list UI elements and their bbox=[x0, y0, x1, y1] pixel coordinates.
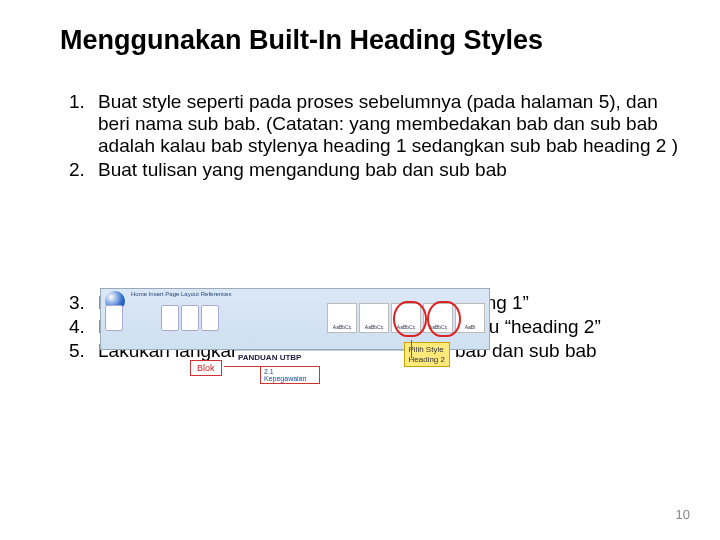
step-2: Buat tulisan yang mengandung bab dan sub… bbox=[90, 159, 690, 181]
ribbon-tabs: Home Insert Page Layout References bbox=[131, 291, 231, 297]
callout-blok: Blok bbox=[190, 360, 222, 376]
font-btn-3 bbox=[201, 305, 219, 331]
callout-line-1: Pilih Style bbox=[409, 345, 445, 355]
style-thumb-1: AaBbCc bbox=[327, 303, 357, 333]
steps-list: Buat style seperti pada proses sebelumny… bbox=[30, 91, 690, 180]
word-ribbon-figure: Home Insert Page Layout References AaBbC… bbox=[100, 288, 490, 383]
document-title: PANDUAN UTBP bbox=[238, 353, 410, 362]
page-number: 10 bbox=[676, 507, 690, 522]
highlight-oval-icon bbox=[393, 301, 427, 337]
arrow-icon bbox=[411, 340, 412, 358]
callout-line-2: Heading 2 bbox=[409, 355, 445, 365]
ribbon: Home Insert Page Layout References AaBbC… bbox=[100, 288, 490, 350]
paste-icon bbox=[105, 305, 123, 331]
highlight-oval-icon bbox=[427, 301, 461, 337]
font-panel bbox=[161, 305, 219, 331]
arrow-icon bbox=[224, 366, 260, 367]
highlighted-subheading: 2.1 Kepegawaian bbox=[260, 366, 320, 384]
step-1: Buat style seperti pada proses sebelumny… bbox=[90, 91, 690, 157]
clipboard-panel bbox=[105, 305, 123, 331]
font-btn-2 bbox=[181, 305, 199, 331]
font-btn-1 bbox=[161, 305, 179, 331]
page-title: Menggunakan Built-In Heading Styles bbox=[60, 25, 690, 56]
style-thumb-2: AaBbCc bbox=[359, 303, 389, 333]
